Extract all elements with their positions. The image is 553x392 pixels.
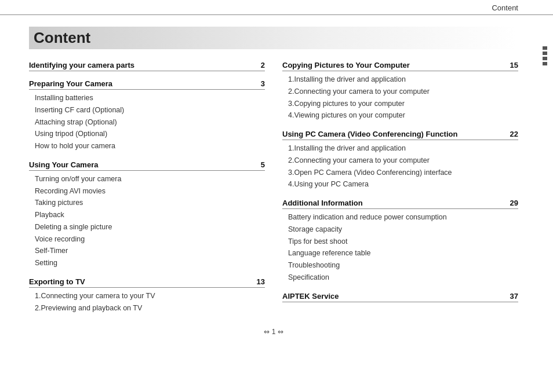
left-section-page-3: 13 — [257, 277, 265, 286]
right-section-title-1: Using PC Camera (Video Conferencing) Fun… — [282, 130, 457, 138]
list-item: Battery indication and reduce power cons… — [282, 211, 518, 224]
left-section-page-0: 2 — [261, 61, 265, 69]
list-item: Recording AVI movies — [29, 185, 265, 197]
left-section-header-1: Preparing Your Camera3 — [29, 79, 265, 90]
right-bar-4 — [543, 62, 547, 65]
left-section-items-2: Turning on/off your cameraRecording AVI … — [29, 173, 265, 269]
left-section-title-1: Preparing Your Camera — [29, 79, 112, 88]
right-section-header-2: Additional Information29 — [282, 199, 518, 209]
list-item: Playback — [29, 209, 265, 221]
left-column: Identifying your camera parts2Preparing … — [29, 61, 265, 322]
list-item: Self-Timer — [29, 245, 265, 257]
right-section-header-0: Copying Pictures to Your Computer15 — [282, 61, 518, 71]
list-item: 1.Connecting your camera to your TV — [29, 290, 265, 302]
right-section-items-1: 1.Installing the driver and application2… — [282, 142, 518, 190]
left-section-title-0: Identifying your camera parts — [29, 61, 134, 69]
list-item: Deleting a single picture — [29, 221, 265, 233]
right-decorative-bars — [543, 46, 547, 65]
list-item: 2.Connecting your camera to your compute… — [282, 155, 518, 167]
list-item: How to hold your camera — [29, 140, 265, 152]
list-item: Storage capacity — [282, 224, 518, 236]
left-section-0: Identifying your camera parts2 — [29, 61, 265, 71]
list-item: Voice recording — [29, 233, 265, 246]
right-bar-3 — [543, 57, 547, 60]
left-section-page-1: 3 — [261, 79, 265, 88]
left-section-title-3: Exporting to TV — [29, 277, 85, 286]
left-section-header-3: Exporting to TV13 — [29, 277, 265, 288]
list-item: Tips for best shoot — [282, 236, 518, 248]
left-section-3: Exporting to TV131.Connecting your camer… — [29, 277, 265, 314]
list-item: 2.Connecting your camera to your compute… — [282, 86, 518, 98]
list-item: Language reference table — [282, 247, 518, 259]
right-section-0: Copying Pictures to Your Computer151.Ins… — [282, 61, 518, 122]
list-item: 3.Copying pictures to your computer — [282, 98, 518, 110]
right-bar-2 — [543, 52, 547, 55]
top-bar-label: Content — [492, 3, 518, 12]
list-item: 4.Using your PC Camera — [282, 178, 518, 190]
list-item: 1.Installing the driver and application — [282, 142, 518, 155]
page-title: Content — [29, 27, 518, 49]
right-section-items-0: 1.Installing the driver and application2… — [282, 74, 518, 122]
right-section-page-0: 15 — [510, 61, 518, 69]
right-section-header-1: Using PC Camera (Video Conferencing) Fun… — [282, 130, 518, 140]
right-section-title-2: Additional Information — [282, 199, 363, 207]
list-item: Using tripod (Optional) — [29, 128, 265, 140]
list-item: Specification — [282, 272, 518, 284]
right-section-page-3: 37 — [510, 292, 518, 301]
two-col-layout: Identifying your camera parts2Preparing … — [29, 61, 518, 322]
list-item: 1.Installing the driver and application — [282, 74, 518, 86]
right-column: Copying Pictures to Your Computer151.Ins… — [282, 61, 518, 322]
right-section-title-3: AIPTEK Service — [282, 292, 339, 301]
left-section-items-1: Installing batteriesInserting CF card (O… — [29, 92, 265, 152]
left-section-1: Preparing Your Camera3Installing batteri… — [29, 79, 265, 152]
left-section-header-0: Identifying your camera parts2 — [29, 61, 265, 71]
right-section-2: Additional Information29Battery indicati… — [282, 199, 518, 284]
list-item: Setting — [29, 257, 265, 269]
list-item: Taking pictures — [29, 197, 265, 209]
right-section-page-1: 22 — [510, 130, 518, 138]
top-bar: Content — [0, 0, 553, 15]
list-item: 4.Viewing pictures on your computer — [282, 109, 518, 122]
right-bar-1 — [543, 46, 547, 50]
list-item: Inserting CF card (Optional) — [29, 104, 265, 116]
list-item: Attaching strap (Optional) — [29, 116, 265, 129]
list-item: 3.Open PC Camera (Video Conferencing) in… — [282, 167, 518, 179]
page-content: Content Identifying your camera parts2Pr… — [0, 15, 553, 347]
list-item: Installing batteries — [29, 92, 265, 104]
list-item: Troubleshooting — [282, 259, 518, 272]
right-section-1: Using PC Camera (Video Conferencing) Fun… — [282, 130, 518, 190]
left-section-page-2: 5 — [261, 160, 265, 169]
right-section-items-2: Battery indication and reduce power cons… — [282, 211, 518, 284]
list-item: Turning on/off your camera — [29, 173, 265, 185]
left-section-title-2: Using Your Camera — [29, 160, 98, 169]
right-section-header-3: AIPTEK Service37 — [282, 292, 518, 302]
page-footer: ⇔ 1 ⇔ — [29, 328, 518, 336]
right-section-page-2: 29 — [510, 199, 518, 207]
left-section-2: Using Your Camera5Turning on/off your ca… — [29, 160, 265, 269]
left-section-header-2: Using Your Camera5 — [29, 160, 265, 171]
left-section-items-3: 1.Connecting your camera to your TV2.Pre… — [29, 290, 265, 314]
right-section-title-0: Copying Pictures to Your Computer — [282, 61, 410, 69]
right-section-3: AIPTEK Service37 — [282, 292, 518, 302]
list-item: 2.Previewing and playback on TV — [29, 302, 265, 314]
